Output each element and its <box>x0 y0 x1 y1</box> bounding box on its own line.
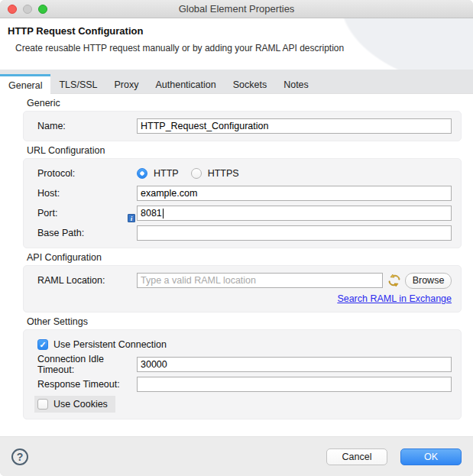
use-cookies-row: Use Cookies <box>37 394 452 414</box>
dialog-footer: ? Cancel OK <box>0 436 473 476</box>
tab-tls-ssl[interactable]: TLS/SSL <box>50 74 105 93</box>
response-timeout-input[interactable] <box>137 377 452 392</box>
name-input[interactable] <box>137 118 452 134</box>
sync-arrows-icon <box>387 274 402 287</box>
name-field-row: Name: <box>37 116 452 136</box>
protocol-label: Protocol: <box>37 168 137 179</box>
tab-bar: General TLS/SSL Proxy Authentication Soc… <box>0 70 473 94</box>
raml-location-input[interactable] <box>137 273 383 288</box>
titlebar: Global Element Properties <box>0 0 473 18</box>
port-row: Port: i 8081 <box>37 203 452 223</box>
port-input-wrapper: i 8081 <box>137 206 452 221</box>
ok-button[interactable]: OK <box>400 448 462 465</box>
use-cookies-focus-highlight: Use Cookies <box>34 396 115 413</box>
base-path-input[interactable] <box>137 225 452 241</box>
radio-http[interactable] <box>137 168 147 179</box>
host-row: Host: <box>37 183 452 203</box>
raml-location-row: RAML Location: Browse <box>37 270 452 290</box>
radio-https[interactable] <box>191 168 202 179</box>
close-window-icon[interactable] <box>8 5 17 14</box>
other-settings-groupbox: ✓ Use Persistent Connection Connection I… <box>23 329 462 419</box>
base-path-row: Base Path: <box>37 223 452 243</box>
text-cursor <box>163 209 164 219</box>
use-persistent-connection-checkbox[interactable]: ✓ <box>37 339 48 350</box>
api-configuration-groupbox: RAML Location: Browse Search RAML in Exc… <box>23 265 462 312</box>
radio-https-label: HTTPS <box>208 168 239 179</box>
exchange-link-row: Search RAML in Exchange <box>37 290 452 307</box>
radio-http-label: HTTP <box>154 168 179 179</box>
page-subtitle: Create reusable HTTP request manually or… <box>15 43 473 53</box>
traffic-lights <box>8 5 47 14</box>
zoom-window-icon[interactable] <box>38 5 47 14</box>
use-cookies-label: Use Cookies <box>53 399 108 410</box>
connection-idle-timeout-input[interactable] <box>137 357 452 372</box>
name-label: Name: <box>37 121 137 131</box>
browse-button[interactable]: Browse <box>405 273 452 289</box>
page-title: HTTP Request Configuration <box>8 25 473 37</box>
use-cookies-checkbox[interactable] <box>37 399 48 410</box>
tab-authentication[interactable]: Authentication <box>147 74 224 93</box>
tab-notes[interactable]: Notes <box>275 74 317 93</box>
global-element-properties-dialog: Global Element Properties HTTP Request C… <box>0 0 473 476</box>
protocol-row: Protocol: HTTP HTTPS <box>37 164 452 183</box>
port-value: 8081 <box>141 208 162 219</box>
cancel-button[interactable]: Cancel <box>326 448 387 465</box>
info-icon: i <box>128 214 135 222</box>
response-timeout-row: Response Timeout: <box>37 374 452 394</box>
connection-idle-timeout-row: Connection Idle Timeout: <box>37 355 452 374</box>
base-path-label: Base Path: <box>37 228 137 238</box>
tab-proxy[interactable]: Proxy <box>106 74 147 93</box>
window-title: Global Element Properties <box>179 3 295 15</box>
response-timeout-label: Response Timeout: <box>37 379 137 390</box>
connection-idle-timeout-label: Connection Idle Timeout: <box>37 354 137 375</box>
url-configuration-groupbox: Protocol: HTTP HTTPS Host: Port: i 8081 <box>23 158 462 248</box>
section-title-api-configuration: API Configuration <box>27 252 462 263</box>
section-title-generic: Generic <box>27 98 462 108</box>
port-label: Port: <box>37 208 137 219</box>
section-title-other-settings: Other Settings <box>27 316 462 327</box>
tab-general[interactable]: General <box>0 74 50 94</box>
tab-sockets[interactable]: Sockets <box>225 74 275 93</box>
use-persistent-connection-label: Use Persistent Connection <box>53 339 167 350</box>
raml-location-label: RAML Location: <box>37 275 137 286</box>
use-persistent-connection-row: ✓ Use Persistent Connection <box>37 335 452 355</box>
dialog-header: HTTP Request Configuration Create reusab… <box>0 18 473 70</box>
host-input[interactable] <box>137 186 452 201</box>
protocol-radio-group: HTTP HTTPS <box>137 168 245 179</box>
help-icon[interactable]: ? <box>11 448 28 465</box>
minimize-window-icon[interactable] <box>23 5 32 14</box>
port-input[interactable]: 8081 <box>137 206 452 221</box>
general-tab-content: Generic Name: URL Configuration Protocol… <box>0 94 473 436</box>
host-label: Host: <box>37 188 137 199</box>
section-title-url-configuration: URL Configuration <box>27 145 462 156</box>
search-raml-in-exchange-link[interactable]: Search RAML in Exchange <box>337 293 452 304</box>
generic-groupbox: Name: <box>23 111 462 141</box>
